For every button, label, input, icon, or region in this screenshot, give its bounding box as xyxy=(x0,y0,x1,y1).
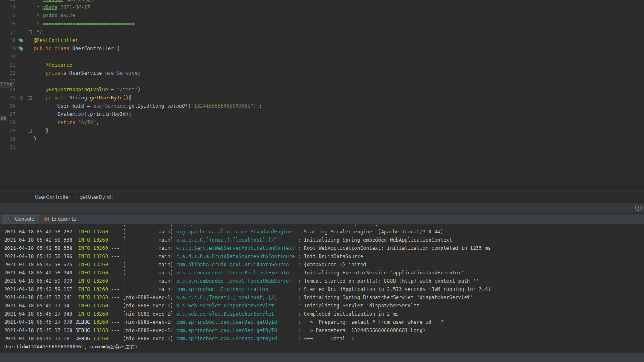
line-number[interactable]: 20 xyxy=(0,53,16,61)
gutter-fold-cell[interactable] xyxy=(26,28,33,36)
gutter-fold-cell xyxy=(26,20,33,28)
breadcrumb-item-method[interactable]: getUserById() xyxy=(80,194,114,200)
code-line[interactable]: 15 * @Time 00:36 xyxy=(0,12,644,20)
code-text: System.out.println(byId); xyxy=(33,110,131,118)
log-line: 2021-04-18 05:42:58.338 INFO 13260 --- [… xyxy=(4,236,644,244)
collapse-region-icon[interactable] xyxy=(28,96,32,100)
right-margin-guide xyxy=(378,0,378,191)
code-line[interactable]: 23 xyxy=(0,77,644,85)
code-line[interactable]: 25@ private String getUserById(){ xyxy=(0,94,644,102)
code-text: @Resource xyxy=(33,61,72,69)
gutter-icon-cell[interactable] xyxy=(16,44,26,53)
clipped-popup-text: ller xyxy=(0,82,14,88)
gutter-fold-cell[interactable] xyxy=(26,127,33,135)
code-editor[interactable]: 13 * @Author 蒲公英不是梦14 * @Date 2021-04-17… xyxy=(0,0,644,192)
gutter-icon-cell xyxy=(16,127,26,135)
code-line[interactable]: 27 System.out.println(byId); xyxy=(0,110,644,118)
tab-console-label: Console xyxy=(15,216,34,222)
line-number[interactable]: 13 xyxy=(0,0,16,3)
line-number[interactable]: 29 xyxy=(0,127,16,135)
spring-bean-icon[interactable] xyxy=(18,46,23,51)
line-number[interactable]: 31 xyxy=(0,143,16,151)
code-line[interactable]: 16 * =============================== xyxy=(0,20,644,28)
gutter-icon-cell xyxy=(16,110,26,118)
breadcrumb-item-class[interactable]: UserController xyxy=(35,194,70,200)
gutter-icon-cell xyxy=(16,143,26,151)
gutter-icon-cell xyxy=(16,85,26,94)
gutter-icon-cell[interactable] xyxy=(16,36,26,44)
code-line[interactable]: 22 private UserService userService; xyxy=(0,69,644,77)
line-number[interactable]: 18 xyxy=(0,36,16,44)
code-line[interactable]: 30} xyxy=(0,135,644,143)
line-number[interactable]: 25 xyxy=(0,94,16,102)
line-number[interactable]: 26 xyxy=(0,102,16,110)
code-line[interactable]: 19public class UserController { xyxy=(0,44,644,53)
gutter-fold-cell[interactable] xyxy=(26,94,33,102)
log-line: 2021-04-18 05:45:17.168 DEBUG 13260 --- … xyxy=(4,326,644,334)
log-line: 2021-04-18 05:42:58.282 INFO 13260 --- [… xyxy=(4,228,644,236)
chevron-right-icon: › xyxy=(74,195,76,200)
gutter-fold-cell xyxy=(26,69,33,77)
run-toolbar xyxy=(0,203,644,214)
code-text: } xyxy=(33,127,48,135)
endpoint-target-icon xyxy=(44,217,49,221)
code-text: @RequestMapping(value = "/test") xyxy=(33,85,140,94)
status-bar xyxy=(0,353,644,362)
line-number[interactable]: 14 xyxy=(0,3,16,12)
tab-console[interactable]: Console xyxy=(2,214,39,224)
line-number[interactable]: 19 xyxy=(0,44,16,53)
collapse-region-icon[interactable] xyxy=(28,129,32,133)
collapse-region-icon[interactable] xyxy=(28,30,32,34)
code-line[interactable]: 20 xyxy=(0,53,644,61)
code-line[interactable]: 21 @Resource xyxy=(0,61,644,69)
code-text: public class UserController { xyxy=(33,44,120,53)
console-panel[interactable]: 2021-04-18 05:42:58.263 INFO 13260 --- [… xyxy=(0,225,644,353)
log-line: 2021-04-18 05:45:17.041 INFO 13260 --- [… xyxy=(4,302,644,310)
gutter-fold-cell xyxy=(26,36,33,44)
spring-bean-icon[interactable] xyxy=(18,38,23,43)
gutter-icon-cell xyxy=(16,0,26,3)
console-output: 2021-04-18 05:42:58.263 INFO 13260 --- [… xyxy=(4,225,644,351)
code-line[interactable]: 26 User byId = userService.getById(Long.… xyxy=(0,102,644,110)
code-text xyxy=(33,77,34,85)
code-line[interactable]: 24 @RequestMapping(value = "/test") xyxy=(0,85,644,94)
line-number[interactable]: 22 xyxy=(0,69,16,77)
breadcrumb: UserController › getUserById() xyxy=(0,192,644,203)
code-line[interactable]: 18@RestController xyxy=(0,36,644,44)
crosshair-circle-icon[interactable] xyxy=(635,205,642,211)
clipped-popup-text: on xyxy=(0,115,7,121)
code-line[interactable]: 14 * @Date 2021-04-17 xyxy=(0,3,644,12)
code-line[interactable]: 28 return "byId"; xyxy=(0,118,644,127)
line-number[interactable]: 16 xyxy=(0,20,16,28)
code-line[interactable]: 29 } xyxy=(0,127,644,135)
gutter-icon-cell xyxy=(16,20,26,28)
log-line: 2021-04-18 05:42:59.099 INFO 13260 --- [… xyxy=(4,277,644,285)
code-line[interactable]: 13 * @Author 蒲公英不是梦 xyxy=(0,0,644,3)
line-number[interactable]: 15 xyxy=(0,12,16,20)
gutter-fold-cell xyxy=(26,135,33,143)
gutter-icon-cell xyxy=(16,118,26,127)
log-line: 2021-04-18 05:42:59.107 INFO 13260 --- [… xyxy=(4,285,644,293)
line-number[interactable]: 30 xyxy=(0,135,16,143)
code-text: @RestController xyxy=(33,36,78,44)
code-text: private String getUserById(){ xyxy=(33,94,131,102)
line-number[interactable]: 21 xyxy=(0,61,16,69)
terminal-icon xyxy=(7,217,12,221)
line-number[interactable]: 17 xyxy=(0,28,16,36)
editor-lines[interactable]: 13 * @Author 蒲公英不是梦14 * @Date 2021-04-17… xyxy=(0,0,644,151)
stdout-line: User(id=1324455666066000661, name=蒲公英不是梦… xyxy=(4,343,644,351)
log-line: 2021-04-18 05:42:58.263 INFO 13260 --- [… xyxy=(4,225,644,228)
code-text xyxy=(33,143,34,151)
gutter-icon-cell xyxy=(16,3,26,12)
gutter-icon-cell xyxy=(16,135,26,143)
gutter-fold-cell xyxy=(26,118,33,127)
request-mapping-at-icon[interactable]: @ xyxy=(20,94,23,102)
code-line[interactable]: 31 xyxy=(0,143,644,151)
gutter-icon-cell xyxy=(16,77,26,85)
gutter-icon-cell[interactable]: @ xyxy=(16,94,26,102)
code-text: * @Date 2021-04-17 xyxy=(33,3,90,12)
code-text: */ xyxy=(33,28,43,36)
log-line: 2021-04-18 05:42:58.940 INFO 13260 --- [… xyxy=(4,269,644,277)
code-line[interactable]: 17 */ xyxy=(0,28,644,36)
tab-endpoints[interactable]: Endpoints xyxy=(39,214,81,224)
